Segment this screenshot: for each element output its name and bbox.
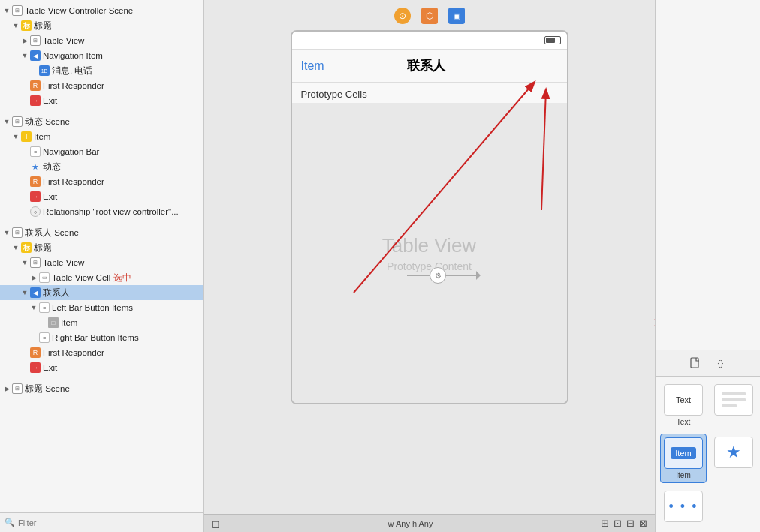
tree-item-item[interactable]: ▼ I Item: [0, 129, 203, 144]
object-item-dots[interactable]: • • •: [660, 488, 707, 527]
object-item-text[interactable]: Text Text: [660, 381, 707, 429]
dots-icon-box: • • •: [664, 491, 703, 522]
bottom-left-icons: ◻: [211, 518, 220, 530]
tree-label: 标题: [34, 20, 52, 32]
tree-item-tableview3[interactable]: ▼ ⊞ Table View: [0, 255, 203, 270]
tree-item-leftbar[interactable]: ▼ ≡ Left Bar Button Items: [0, 300, 203, 315]
size-label: w Any h Any: [388, 519, 433, 528]
tree-item-tableview1[interactable]: ▶ ⊞ Table View: [0, 33, 203, 48]
toolbar-btn-1[interactable]: ⊙: [393, 6, 412, 26]
tree-label: Exit: [43, 96, 57, 105]
svg-rect-6: [722, 398, 746, 401]
tree-arrow: ▶: [30, 274, 38, 281]
dots-icon: • • •: [669, 499, 698, 515]
tree-item-1b[interactable]: 1B 消息, 电话: [0, 63, 203, 78]
bottom-right-icons: ⊞ ⊡ ⊟ ⊠: [601, 518, 647, 529]
star-icon: ★: [726, 443, 741, 462]
tree-item-scene3-header[interactable]: ▼ ⊞ 联系人 Scene: [0, 225, 203, 240]
exit-icon: →: [30, 95, 41, 106]
tree-arrow: ▼: [30, 304, 38, 311]
tree-item-scene2-header[interactable]: ▼ ⊞ 动态 Scene: [0, 114, 203, 129]
bottom-icon-2[interactable]: ⊡: [614, 518, 622, 529]
toolbar-btn-3[interactable]: ▣: [447, 6, 466, 26]
search-icon: 🔍: [5, 518, 15, 527]
prototype-cells-label: Prototype Cells: [301, 89, 367, 100]
connector-line-left: [407, 275, 430, 276]
tableview-icon: ⊞: [30, 257, 41, 268]
tree-item-biaoti1[interactable]: ▼ 标 标题: [0, 18, 203, 33]
tree-item-responder3[interactable]: R First Responder: [0, 345, 203, 360]
right-top-area: [656, 0, 760, 350]
orange-3d-icon: ⬡: [421, 8, 438, 24]
tree-label: Table View: [43, 36, 84, 45]
right-panel: {} Text Text Item Item: [655, 0, 760, 532]
bottom-icon-3[interactable]: ⊟: [626, 518, 635, 529]
tree-item-biaoti3[interactable]: ▼ 标 标题: [0, 240, 203, 255]
filter-input[interactable]: [18, 518, 198, 527]
tree-label: 动态 Scene: [25, 116, 70, 128]
tree-item-scene4-header[interactable]: ▶ ⊞ 标题 Scene: [0, 381, 203, 396]
tree-item-cell[interactable]: ▶ ▭ Table View Cell 选中: [0, 270, 203, 285]
tableview-icon: ⊞: [30, 35, 41, 46]
toolbar-btn-2[interactable]: ⬡: [420, 6, 439, 26]
responder-icon: R: [30, 347, 41, 358]
yellow-folder-icon: 标: [21, 242, 32, 253]
bottom-icon-4[interactable]: ⊠: [639, 518, 647, 529]
tree-label: Table View: [43, 258, 84, 267]
navbar-icon: ≡: [30, 146, 41, 157]
nav-item-left[interactable]: Item: [301, 59, 324, 73]
tree-arrow: [21, 364, 29, 371]
svg-rect-5: [722, 392, 746, 395]
tree-arrow: ▼: [3, 7, 11, 14]
tree-item-exit1[interactable]: → Exit: [0, 93, 203, 108]
tree-item-navitem1[interactable]: ▼ ◀ Navigation Item: [0, 48, 203, 63]
connector-arrowhead: [476, 271, 485, 280]
tree-label: Left Bar Button Items: [52, 303, 133, 312]
right-toolbar-code-btn[interactable]: {}: [711, 355, 731, 371]
tree-item-dongtai[interactable]: ★ 动态: [0, 159, 203, 174]
tree-label: 联系人 Scene: [25, 227, 79, 239]
tree-label: 动态: [43, 161, 61, 173]
tree-item-rightbar[interactable]: ≡ Right Bar Button Items: [0, 330, 203, 345]
tree-item-responder2[interactable]: R First Responder: [0, 174, 203, 189]
bottom-icon-square[interactable]: ◻: [211, 518, 220, 530]
object-item-lines[interactable]: [711, 381, 756, 429]
tree-label: First Responder: [43, 348, 104, 357]
bottom-icon-1[interactable]: ⊞: [601, 518, 609, 529]
tree-item-exit2[interactable]: → Exit: [0, 189, 203, 204]
tree-area: ▼ ⊞ Table View Controller Scene ▼ 标 标题 ▶…: [0, 0, 203, 512]
tree-arrow: ▼: [12, 133, 20, 140]
connector: ⚙: [407, 267, 480, 284]
tree-item-responder1[interactable]: R First Responder: [0, 78, 203, 93]
tree-item-navbar[interactable]: ≡ Navigation Bar: [0, 144, 203, 159]
lines-icon-box: [714, 384, 753, 416]
tree-item-baritem[interactable]: □ Item: [0, 315, 203, 330]
yellow-circle-icon: ⊙: [394, 8, 411, 24]
tree-arrow: [21, 97, 29, 104]
object-grid: Text Text Item Item ★: [656, 377, 760, 532]
table-icon: ⊞: [12, 5, 23, 16]
tree-arrow: [39, 319, 47, 326]
item-gray-icon: □: [48, 317, 59, 328]
object-item-item[interactable]: Item Item: [660, 434, 707, 483]
table-watermark: Table View Prototype Content: [382, 234, 476, 272]
tree-item-relationship[interactable]: ○ Relationship "root view controller"...: [0, 204, 203, 219]
tree-label: Item: [34, 132, 50, 141]
battery-fill: [546, 38, 556, 43]
file-icon: [689, 357, 701, 369]
item-label-icon: Item: [671, 447, 695, 459]
right-toolbar-file-btn[interactable]: [686, 355, 705, 371]
object-item-star[interactable]: ★: [711, 434, 756, 483]
battery-icon: [544, 36, 561, 44]
tree-arrow: [21, 163, 29, 170]
tree-arrow: ▼: [3, 229, 11, 236]
blue-square-icon: ▣: [448, 8, 465, 24]
tree-item-lianxi[interactable]: ▼ ◀ 联系人: [0, 285, 203, 300]
tree-item-exit3[interactable]: → Exit: [0, 360, 203, 375]
tree-arrow: ▼: [21, 52, 29, 59]
responder-icon: R: [30, 80, 41, 91]
tree-item-scene1-header[interactable]: ▼ ⊞ Table View Controller Scene: [0, 3, 203, 18]
text-icon-box: Text: [664, 384, 703, 416]
tree-label: 标题: [34, 242, 52, 254]
item-icon: 1B: [39, 65, 50, 76]
